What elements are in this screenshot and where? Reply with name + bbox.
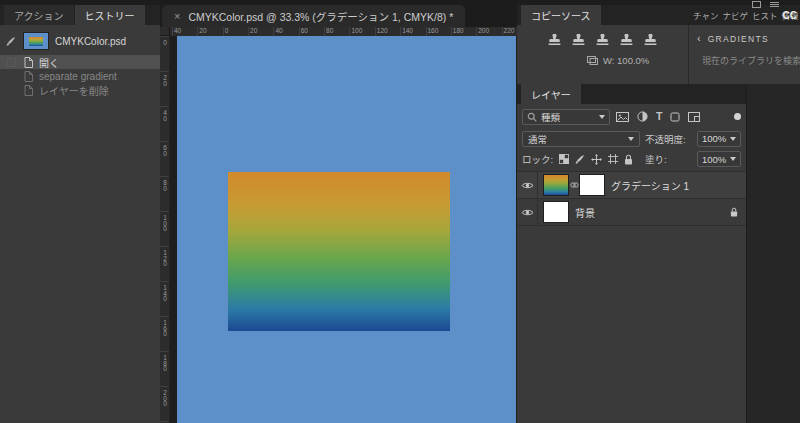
visibility-toggle[interactable]	[517, 199, 538, 225]
fill-label: 塗り:	[645, 152, 697, 166]
snapshot-thumbnail-gradient	[29, 37, 43, 46]
layer-mask-thumbnail[interactable]	[580, 175, 604, 195]
ruler-number: 40	[161, 109, 168, 120]
clone-width-field[interactable]: W: 100.0%	[587, 55, 688, 66]
right-dock-tabbar: チャン ナビゲ ヒスト 情報 CC	[688, 5, 800, 25]
filter-kind-dropdown[interactable]: 種類	[522, 109, 610, 125]
ruler-number: 200	[478, 28, 489, 35]
tab-history-label: ヒストリー	[85, 8, 135, 23]
document-title: CMYKColor.psd @ 33.3% (グラデーション 1, CMYK/8…	[188, 9, 453, 24]
lock-position-icon[interactable]	[591, 154, 602, 165]
opacity-input[interactable]: 100%	[697, 131, 741, 147]
history-well[interactable]	[3, 55, 19, 69]
clone-stamp-icon[interactable]	[547, 34, 562, 47]
history-brush-source-well[interactable]	[3, 30, 19, 52]
mask-link-icon[interactable]	[568, 182, 580, 188]
tab-histogram[interactable]: ヒスト	[750, 5, 780, 25]
tab-clone-source[interactable]: コピーソース	[521, 5, 601, 25]
ruler-number: 100	[161, 214, 168, 231]
gradients-search-input[interactable]: 現在のライブラリを検索	[697, 54, 800, 67]
tab-history[interactable]: ヒストリー	[75, 5, 145, 25]
ruler-number: 40	[275, 28, 282, 35]
type-layer-filter-icon[interactable]: T	[656, 111, 662, 122]
back-chevron-icon[interactable]: ‹	[697, 33, 701, 44]
ruler-number: 0	[225, 28, 229, 35]
creative-cloud-badge[interactable]: CC	[783, 5, 797, 25]
ruler-number: 200	[161, 389, 168, 406]
history-well[interactable]	[3, 83, 19, 97]
background-lock-icon[interactable]	[730, 207, 738, 217]
lock-all-icon[interactable]	[624, 154, 633, 165]
ruler-number: 60	[301, 28, 308, 35]
ruler-number: 180	[453, 28, 464, 35]
history-item-separate-gradient[interactable]: separate gradient	[0, 69, 160, 83]
clone-stamp-icon[interactable]	[619, 34, 634, 47]
lock-artboard-icon[interactable]	[608, 154, 618, 164]
history-state-icon	[24, 85, 33, 96]
ruler-number: 140	[161, 284, 168, 301]
ruler-number: 140	[402, 28, 413, 35]
clone-source-panel: W: 100.0%	[517, 25, 688, 84]
lock-buttons	[559, 154, 633, 165]
dock-controls	[752, 1, 779, 8]
gradients-header: ‹ GRADIENTS	[689, 25, 800, 44]
chevron-down-icon	[730, 137, 736, 141]
ruler-number: 0	[161, 39, 168, 45]
lock-transparency-icon[interactable]	[559, 154, 569, 164]
close-icon[interactable]: ×	[174, 11, 180, 22]
tab-layers[interactable]: レイヤー	[521, 84, 581, 104]
left-panel-tabbar: アクション ヒストリー	[0, 5, 160, 25]
chevron-down-icon	[628, 137, 634, 141]
layers-filter-row: 種類 T	[522, 108, 741, 125]
history-item-label: CMYKColor.psd	[55, 36, 126, 47]
layer-row-gradient[interactable]: グラデーション 1	[517, 172, 746, 199]
filter-kind-label: 種類	[541, 110, 595, 124]
history-item-delete-layer[interactable]: レイヤーを削除	[0, 83, 160, 97]
layers-tabbar: レイヤー	[517, 84, 746, 104]
fill-value: 100%	[702, 154, 726, 165]
clone-source-tabbar: コピーソース	[517, 5, 688, 25]
tab-channels[interactable]: チャン	[691, 5, 720, 25]
menu-icon[interactable]	[770, 1, 779, 8]
layer-thumbnail[interactable]	[544, 175, 568, 195]
ruler-number: 80	[161, 179, 168, 190]
fill-input[interactable]: 100%	[697, 151, 741, 167]
clone-stamp-icon[interactable]	[571, 34, 586, 47]
layer-thumbnail[interactable]	[544, 202, 568, 222]
gradient-layer-preview[interactable]	[228, 172, 450, 331]
blend-row: 通常 不透明度: 100%	[522, 130, 741, 147]
workspace-icon[interactable]	[752, 1, 761, 8]
tab-actions[interactable]: アクション	[4, 5, 74, 25]
blend-mode-dropdown[interactable]: 通常	[522, 131, 640, 147]
filter-type-icons: T	[616, 111, 700, 122]
filter-toggle[interactable]	[734, 113, 741, 120]
blend-mode-value: 通常	[528, 132, 628, 146]
layer-row-background[interactable]: 背景	[517, 199, 746, 226]
history-snapshot-row[interactable]: CMYKColor.psd	[0, 30, 160, 52]
smart-object-filter-icon[interactable]	[688, 112, 700, 122]
snapshot-thumbnail[interactable]	[24, 33, 48, 49]
tab-navigator[interactable]: ナビゲ	[720, 5, 750, 25]
history-item-open[interactable]: 開く	[0, 55, 160, 69]
ruler-number: 160	[428, 28, 439, 35]
visibility-toggle[interactable]	[517, 172, 538, 198]
history-panel: CMYKColor.psd 開く separate gradient レイヤーを…	[0, 25, 160, 423]
lock-pixels-icon[interactable]	[575, 154, 585, 164]
lock-label: ロック:	[522, 152, 553, 166]
clone-source-slots	[517, 25, 688, 47]
history-item-label: レイヤーを削除	[39, 83, 109, 98]
chevron-down-icon	[730, 157, 736, 161]
history-item-label: 開く	[39, 55, 59, 70]
canvas-document[interactable]	[177, 36, 516, 423]
adjustment-layer-filter-icon[interactable]	[637, 111, 648, 122]
gradients-panel: ‹ GRADIENTS 現在のライブラリを検索	[688, 25, 800, 84]
clone-stamp-icon[interactable]	[595, 34, 610, 47]
document-tab[interactable]: × CMYKColor.psd @ 33.3% (グラデーション 1, CMYK…	[162, 5, 465, 27]
eye-icon	[521, 208, 534, 217]
pixel-layer-filter-icon[interactable]	[616, 112, 629, 122]
ruler-number: 220	[504, 28, 515, 35]
clone-stamp-icon[interactable]	[643, 34, 658, 47]
search-placeholder: 現在のライブラリを検索	[702, 54, 800, 67]
shape-layer-filter-icon[interactable]	[670, 112, 680, 122]
history-well[interactable]	[3, 69, 19, 83]
